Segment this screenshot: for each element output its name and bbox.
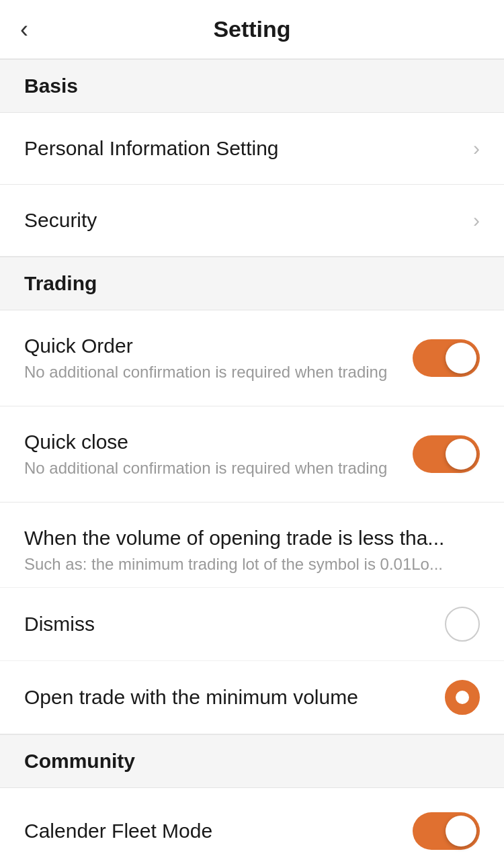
quick-close-content: Quick close No additional confirmation i… bbox=[24, 431, 413, 478]
quick-order-row[interactable]: Quick Order No additional confirmation i… bbox=[0, 310, 504, 406]
quick-close-subtitle: No additional confirmation is required w… bbox=[24, 459, 399, 478]
section-trading-label: Trading bbox=[24, 272, 97, 294]
header: ‹ Setting bbox=[0, 0, 504, 59]
calendar-fleet-row[interactable]: Calender Fleet Mode bbox=[0, 788, 504, 868]
open-min-volume-radio[interactable] bbox=[445, 680, 480, 715]
quick-order-toggle[interactable] bbox=[413, 339, 480, 377]
calendar-fleet-content: Calender Fleet Mode bbox=[24, 820, 413, 842]
personal-info-content: Personal Information Setting bbox=[24, 137, 473, 160]
security-chevron: › bbox=[473, 209, 480, 232]
section-trading: Trading bbox=[0, 257, 504, 310]
calendar-fleet-toggle-track[interactable] bbox=[413, 812, 480, 850]
calendar-fleet-toggle-thumb bbox=[446, 816, 476, 847]
quick-order-content: Quick Order No additional confirmation i… bbox=[24, 335, 413, 382]
quick-close-title: Quick close bbox=[24, 431, 399, 453]
security-title: Security bbox=[24, 209, 460, 232]
page-title: Setting bbox=[213, 16, 290, 42]
personal-info-row[interactable]: Personal Information Setting › bbox=[0, 113, 504, 185]
volume-section: When the volume of opening trade is less… bbox=[0, 503, 504, 734]
quick-order-toggle-thumb bbox=[446, 343, 476, 374]
quick-close-row[interactable]: Quick close No additional confirmation i… bbox=[0, 406, 504, 503]
open-min-volume-label: Open trade with the minimum volume bbox=[24, 686, 358, 709]
dismiss-label: Dismiss bbox=[24, 613, 95, 636]
section-community: Community bbox=[0, 734, 504, 788]
back-button[interactable]: ‹ bbox=[20, 17, 28, 42]
calendar-fleet-toggle[interactable] bbox=[413, 812, 480, 850]
quick-close-toggle[interactable] bbox=[413, 435, 480, 473]
quick-order-title: Quick Order bbox=[24, 335, 399, 357]
volume-section-title: When the volume of opening trade is less… bbox=[0, 503, 504, 555]
quick-order-toggle-track[interactable] bbox=[413, 339, 480, 377]
security-row[interactable]: Security › bbox=[0, 185, 504, 257]
volume-section-subtitle: Such as: the minimum trading lot of the … bbox=[0, 555, 504, 587]
security-content: Security bbox=[24, 209, 473, 232]
section-basis: Basis bbox=[0, 59, 504, 113]
personal-info-title: Personal Information Setting bbox=[24, 137, 460, 160]
quick-order-subtitle: No additional confirmation is required w… bbox=[24, 363, 399, 382]
quick-close-toggle-track[interactable] bbox=[413, 435, 480, 473]
personal-info-chevron: › bbox=[473, 137, 480, 160]
section-basis-label: Basis bbox=[24, 75, 78, 97]
dismiss-option[interactable]: Dismiss bbox=[0, 587, 504, 660]
calendar-fleet-title: Calender Fleet Mode bbox=[24, 820, 399, 842]
dismiss-radio[interactable] bbox=[445, 607, 480, 642]
quick-close-toggle-thumb bbox=[446, 439, 476, 470]
section-community-label: Community bbox=[24, 750, 135, 772]
open-min-volume-option[interactable]: Open trade with the minimum volume bbox=[0, 660, 504, 734]
